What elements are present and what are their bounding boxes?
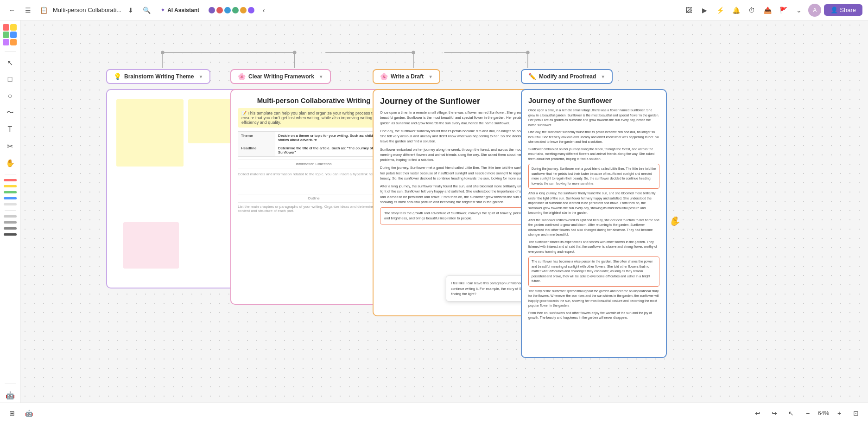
circle-tool[interactable]: ○ [3, 89, 18, 103]
rect-tool[interactable]: □ [3, 72, 18, 87]
sticky-note-pink[interactable] [123, 222, 179, 269]
color-palette [3, 24, 18, 45]
share-icon: 👤 [830, 6, 838, 13]
cursor-mode-icon: ↖ [788, 410, 794, 417]
wc-expand-btn[interactable]: Expand [380, 226, 537, 232]
bottom-left: ⊞ 🤖 [6, 407, 35, 420]
framework-header[interactable]: 🌸 Clear Writing Framework ▼ [230, 69, 331, 84]
write-icon: 🌸 [380, 73, 388, 80]
brainstorm-card[interactable] [106, 89, 243, 288]
text-tool[interactable]: T [3, 122, 18, 137]
cursor-tool[interactable]: ↖ [3, 55, 18, 70]
write-card[interactable]: Journey of the Sunflower Once upon a tim… [373, 89, 544, 316]
color-purple[interactable] [3, 39, 9, 45]
brainstorm-expand-icon: ▼ [198, 74, 203, 79]
fw-row-headline: Headline Determine the title of the arti… [238, 144, 390, 157]
undo-button[interactable]: ↩ [751, 407, 764, 420]
doc-title: Multi-person Collaborati... [53, 6, 121, 13]
fw-theme-label: Theme [238, 132, 275, 144]
sticky-note-yellow-2[interactable] [188, 99, 232, 143]
ai-assistant-bottom-button[interactable]: 🤖 [22, 407, 35, 420]
toolbar-icon-4[interactable]: 🔔 [729, 4, 742, 17]
zoom-level: 64% [818, 410, 829, 417]
write-header[interactable]: 🌸 Write a Draft ▼ [373, 69, 440, 84]
fit-button[interactable]: ⊡ [849, 407, 862, 420]
share-button[interactable]: 👤 Share [824, 4, 862, 16]
search-icon: 🔍 [143, 6, 151, 14]
color-strip-5[interactable] [4, 203, 17, 205]
bottom-bar: ⊞ 🤖 ↩ ↪ ↖ − 64% + ⊡ [0, 403, 868, 423]
collapse-tabs-button[interactable]: ‹ [257, 4, 270, 17]
redo-icon: ↪ [772, 410, 777, 417]
tab-dot-5[interactable] [240, 7, 247, 13]
search-button[interactable]: 🔍 [140, 4, 153, 17]
color-blue[interactable] [10, 32, 17, 38]
sidebar-divider-4 [5, 384, 16, 384]
top-toolbar: ← ☰ 📋 Multi-person Collaborati... ⬇ 🔍 ✦ … [0, 0, 868, 20]
color-red[interactable] [3, 24, 9, 31]
mc-para10: From then on, sunflowers and other flowe… [528, 311, 659, 320]
line-tool[interactable]: 〜 [3, 105, 18, 120]
modify-expand-icon: ▼ [601, 74, 605, 79]
color-strip-3[interactable] [4, 191, 17, 193]
hand-cursor-icon: ✋ [668, 214, 682, 228]
modify-label: Modify and Proofread [539, 73, 596, 80]
grid-view-button[interactable]: ⊞ [6, 407, 19, 420]
tab-dot-2[interactable] [216, 7, 223, 13]
toolbar-icon-3[interactable]: ⚡ [714, 4, 727, 17]
framework-expand-icon: ▼ [319, 74, 323, 79]
color-strip-9[interactable] [4, 233, 17, 236]
toolbar-icon-6[interactable]: 📤 [761, 4, 774, 17]
brainstorm-header[interactable]: 💡 Brainstorm Writing Theme ▼ [106, 69, 210, 84]
zoom-out-icon: − [806, 410, 810, 417]
tab-dot-3[interactable] [224, 7, 231, 13]
svg-point-8 [293, 51, 297, 55]
collapse-icon: ‹ [263, 6, 265, 14]
color-strip-1[interactable] [4, 179, 17, 181]
color-strip-6[interactable] [4, 215, 17, 218]
cursor-mode-button[interactable]: ↖ [785, 407, 798, 420]
fw-title: Multi-person Collaborative Writing [238, 96, 390, 104]
zoom-in-button[interactable]: + [833, 407, 846, 420]
bottom-right: ↩ ↪ ↖ − 64% + ⊡ [751, 407, 862, 420]
toolbar-icon-7[interactable]: 🚩 [777, 4, 790, 17]
toolbar-expand-button[interactable]: ⌄ [792, 4, 805, 17]
avatar: A [808, 4, 821, 17]
toolbar-icon-1[interactable]: 🖼 [682, 4, 695, 17]
tab-dot-6[interactable] [248, 7, 254, 13]
redo-button[interactable]: ↪ [768, 407, 781, 420]
toolbar-icon-2[interactable]: ▶ [698, 4, 711, 17]
color-strip-7[interactable] [4, 221, 17, 224]
framework-card[interactable]: Multi-person Collaborative Writing 📝 Thi… [230, 89, 397, 305]
wc-para1: Once upon a time, in a remote small vill… [380, 110, 537, 126]
modify-card[interactable]: Journey of the Sunflower Once upon a tim… [521, 89, 667, 358]
sidebar-ai-button[interactable]: 🤖 [3, 388, 18, 403]
fw-outline-section: Outline [238, 194, 390, 203]
color-yellow[interactable] [10, 24, 17, 31]
ai-assistant-button[interactable]: ✦ AI Assistant [156, 5, 204, 15]
mc-para3: Sunflower embarked on her journey along … [528, 147, 659, 162]
download-button[interactable]: ⬇ [124, 4, 137, 17]
write-expand-icon: ▼ [428, 74, 433, 79]
modify-header[interactable]: ✏️ Modify and Proofread ▼ [521, 69, 613, 84]
sticky-note-yellow-1[interactable] [116, 99, 184, 167]
color-green[interactable] [3, 32, 9, 38]
menu-button[interactable]: ☰ [21, 4, 34, 17]
tab-dot-4[interactable] [232, 7, 239, 13]
svg-point-10 [526, 51, 530, 55]
file-icon-button[interactable]: 📋 [37, 4, 50, 17]
color-orange[interactable] [10, 39, 17, 45]
toolbar-icon-5[interactable]: ⏱ [745, 4, 758, 17]
fw-note: 📝 This template can help you plan and or… [238, 108, 390, 128]
back-button[interactable]: ← [6, 4, 19, 17]
hand-tool[interactable]: ✋ [3, 155, 18, 170]
color-strip-2[interactable] [4, 185, 17, 187]
zoom-out-button[interactable]: − [801, 407, 814, 420]
tab-dot-1[interactable] [209, 7, 215, 13]
color-strip-4[interactable] [4, 197, 17, 199]
fw-table: Theme Decide on a theme or topic for you… [238, 131, 390, 157]
fw-spacer [238, 178, 390, 192]
canvas-area[interactable]: 💡 Brainstorm Writing Theme ▼ 🌸 Clear Wri… [20, 20, 868, 403]
color-strip-8[interactable] [4, 227, 17, 230]
scissors-tool[interactable]: ✂ [3, 139, 18, 154]
